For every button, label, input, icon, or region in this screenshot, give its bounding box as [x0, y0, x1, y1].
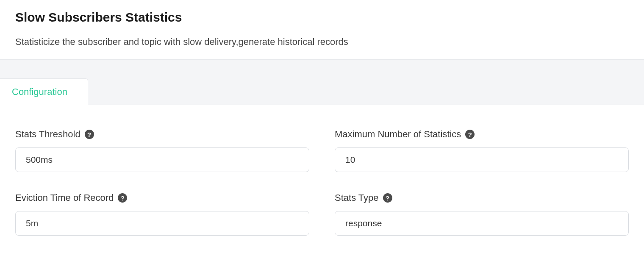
tab-strip: Configuration	[0, 59, 644, 105]
label-stats-threshold: Stats Threshold ?	[15, 129, 309, 140]
label-text: Maximum Number of Statistics	[335, 129, 461, 140]
label-max-stats: Maximum Number of Statistics ?	[335, 129, 629, 140]
label-text: Stats Type	[335, 192, 379, 203]
page-title: Slow Subscribers Statistics	[15, 10, 629, 25]
label-eviction-time: Eviction Time of Record ?	[15, 192, 309, 203]
configuration-form: Stats Threshold ? Maximum Number of Stat…	[0, 105, 644, 246]
input-eviction-time[interactable]	[15, 211, 309, 236]
help-icon[interactable]: ?	[383, 193, 392, 203]
help-icon[interactable]: ?	[465, 130, 475, 139]
input-max-stats[interactable]	[335, 147, 629, 172]
input-stats-threshold[interactable]	[15, 147, 309, 172]
field-stats-threshold: Stats Threshold ?	[15, 129, 309, 172]
label-stats-type: Stats Type ?	[335, 192, 629, 203]
label-text: Stats Threshold	[15, 129, 80, 140]
tab-label: Configuration	[12, 86, 67, 97]
help-icon[interactable]: ?	[118, 193, 127, 203]
input-stats-type[interactable]	[335, 211, 629, 236]
field-eviction-time: Eviction Time of Record ?	[15, 192, 309, 236]
field-max-stats: Maximum Number of Statistics ?	[335, 129, 629, 172]
help-icon[interactable]: ?	[85, 130, 94, 139]
page-description: Statisticize the subscriber and topic wi…	[15, 36, 629, 47]
tab-configuration[interactable]: Configuration	[0, 78, 88, 105]
label-text: Eviction Time of Record	[15, 192, 114, 203]
field-stats-type: Stats Type ?	[335, 192, 629, 236]
page-header: Slow Subscribers Statistics Statisticize…	[0, 0, 644, 59]
